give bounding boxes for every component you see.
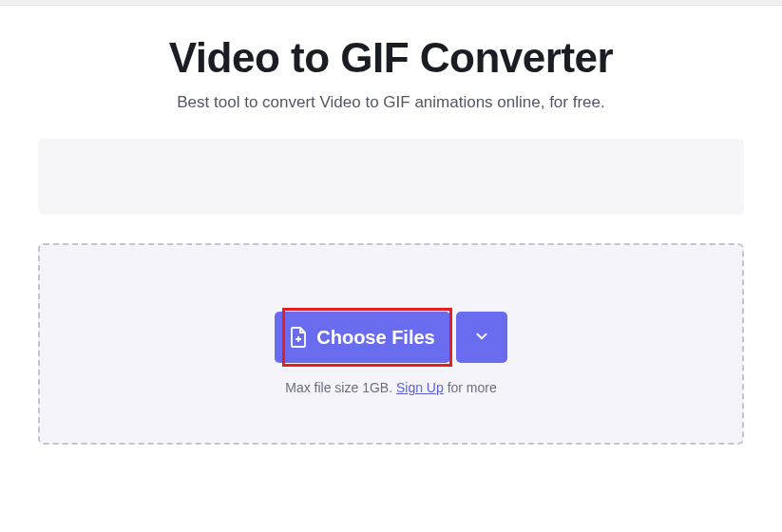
signup-link[interactable]: Sign Up (396, 380, 444, 395)
choose-files-button[interactable]: Choose Files (275, 312, 449, 363)
ad-placeholder (38, 139, 744, 215)
choose-files-label: Choose Files (316, 327, 434, 349)
file-dropzone[interactable]: Choose Files Max file size 1GB. Sign Up … (38, 243, 744, 445)
upload-source-dropdown[interactable] (456, 312, 507, 363)
file-add-icon (290, 327, 307, 348)
page-title: Video to GIF Converter (19, 34, 763, 82)
file-size-info: Max file size 1GB. Sign Up for more (285, 380, 497, 395)
info-suffix: for more (444, 380, 497, 395)
chevron-down-icon (473, 328, 490, 348)
info-prefix: Max file size 1GB. (285, 380, 396, 395)
main-container: Video to GIF Converter Best tool to conv… (0, 6, 782, 445)
page-subtitle: Best tool to convert Video to GIF animat… (19, 93, 763, 112)
upload-button-row: Choose Files (275, 312, 506, 363)
